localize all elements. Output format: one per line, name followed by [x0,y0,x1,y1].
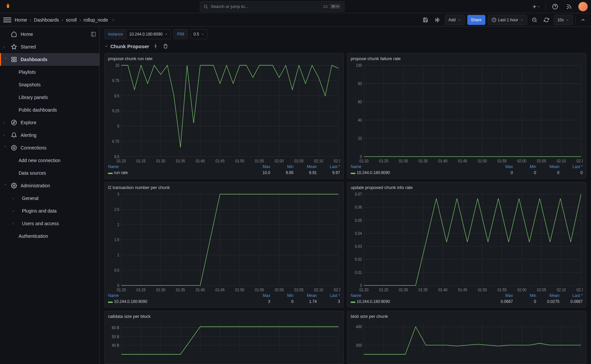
panel-5[interactable]: blob size per chunk300400 [347,311,586,364]
sidebar-item-playlists[interactable]: Playlists [0,66,99,78]
legend-series[interactable]: 10.244.0.180:8090 0 0 0 0 [351,170,583,176]
svg-text:02:00: 02:00 [517,288,526,292]
sidebar-item-general[interactable]: ›General [0,192,99,205]
sidebar-item-alerting[interactable]: › Alerting [0,129,99,141]
chart[interactable]: 00.511.522.5301:2001:2501:3001:3501:4001… [108,191,340,292]
svg-text:02:00: 02:00 [275,288,284,292]
hamburger-icon[interactable] [3,16,11,24]
svg-text:02:05: 02:05 [537,159,546,163]
panel-4[interactable]: calldata size per block40 B50 B60 B [104,311,344,364]
crumb-rollup-node[interactable]: rollup_node [84,17,108,23]
help-icon[interactable] [550,2,560,11]
chart[interactable]: 300400 [351,320,583,361]
svg-text:01:25: 01:25 [379,159,388,163]
add-icon[interactable] [532,2,541,11]
svg-text:01:55: 01:55 [498,288,507,292]
svg-text:01:35: 01:35 [176,288,185,292]
chart[interactable]: 8.58.7599.259.59.751001:2001:2501:3001:3… [108,62,340,163]
chart[interactable]: 40 B50 B60 B [108,320,340,361]
svg-text:60 B: 60 B [112,325,119,330]
settings-icon[interactable] [433,15,442,25]
svg-text:01:50: 01:50 [235,159,244,163]
svg-text:0.07: 0.07 [355,192,362,196]
legend: Name Max Min Mean Last * 10.244.0.180:80… [351,164,583,176]
zoom-out-icon[interactable] [530,15,539,25]
chevron-down-icon [520,18,524,22]
chevron-down-icon [165,33,168,36]
collapse-panel-icon[interactable] [91,32,96,37]
section-toggle[interactable]: Chunk Proposer [104,44,149,49]
sidebar-item-users[interactable]: ›Users and access [0,217,99,230]
home-icon [11,31,17,37]
svg-text:01:40: 01:40 [196,159,205,163]
section-trash-icon[interactable] [162,43,169,50]
var-p99-button[interactable]: P99 [174,29,188,39]
grafana-logo[interactable] [3,2,13,11]
variable-row: instance 10.244.0.180:8090 P99 0.5 [104,29,586,39]
news-icon[interactable] [564,2,574,11]
sidebar-item-admin[interactable]: › Administration [0,179,99,192]
svg-text:0.03: 0.03 [355,244,362,248]
crumb-home[interactable]: Home [15,17,27,23]
refresh-icon[interactable] [542,15,551,25]
avatar[interactable] [578,2,588,11]
share-button[interactable]: Share [467,15,485,25]
panel-title: update proposed chunk info rate [351,185,583,190]
svg-text:01:40: 01:40 [196,288,205,292]
svg-text:1.5: 1.5 [114,238,119,242]
svg-text:50 B: 50 B [112,334,119,339]
section-settings-icon[interactable] [152,43,159,50]
svg-text:01:35: 01:35 [176,159,185,163]
svg-text:40 B: 40 B [112,343,119,348]
sidebar-item-explore[interactable]: › Explore [0,116,99,129]
panel-0[interactable]: propose chunk run rate8.58.7599.259.59.7… [104,53,344,179]
legend-series[interactable]: run rate 10.0 8.65 9.91 9.97 [108,170,340,176]
search-input[interactable]: Search or jump to... ⌘+k [200,1,344,12]
second-bar: Home › Dashboards › scroll › rollup_node… [0,13,591,27]
var-instance-select[interactable]: 10.244.0.180:8090 [126,29,171,39]
var-p99-select[interactable]: 0.5 [190,29,207,39]
legend-series[interactable]: 10.244.0.180:8090 3 0 1.74 3 [108,299,340,305]
svg-text:0.01: 0.01 [355,270,362,274]
sidebar-item-auth[interactable]: Authentication [0,230,99,242]
sidebar-item-home[interactable]: Home [0,28,99,41]
svg-text:01:20: 01:20 [359,288,368,292]
legend-series[interactable]: 10.244.0.180:8090 0.0667 0 0.0275 0.0667 [351,299,583,305]
sidebar-item-starred[interactable]: › Starred [0,41,99,53]
sidebar-item-public[interactable]: Public dashboards [0,104,99,116]
panel-2[interactable]: l2 transaction number per chunk00.511.52… [104,182,344,308]
star-icon[interactable]: ☆ [111,17,115,22]
chevron-up-icon[interactable] [578,15,588,25]
add-button[interactable]: Add [445,15,464,25]
star-icon [11,44,17,50]
timerange-picker[interactable]: Last 1 hour [488,15,527,25]
svg-text:01:35: 01:35 [418,288,427,292]
section-header: Chunk Proposer [104,43,586,50]
svg-point-14 [12,145,17,150]
sidebar-item-dashboards[interactable]: › Dashboards [0,53,99,66]
sidebar-item-datasources[interactable]: Data sources [0,167,99,179]
legend: Name Max Min Mean Last * 10.244.0.180:80… [108,293,340,305]
svg-text:01:20: 01:20 [359,159,368,163]
svg-rect-9 [12,57,13,59]
panel-1[interactable]: propose chunk failure rate02040608010001… [347,53,586,179]
svg-text:3: 3 [117,192,119,196]
sidebar-item-connections[interactable]: › Connections [0,141,99,154]
chart[interactable]: 02040608010001:2001:2501:3001:3501:4001:… [351,62,583,163]
refresh-interval[interactable]: 10s [554,15,573,25]
sidebar-item-plugins[interactable]: ›Plugins and data [0,205,99,217]
sidebar-item-snapshots[interactable]: Snapshots [0,78,99,91]
svg-text:1: 1 [117,253,119,257]
chart[interactable]: 00.010.020.030.040.050.060.0701:2001:250… [351,191,583,292]
svg-rect-10 [15,57,16,59]
panel-3[interactable]: update proposed chunk info rate00.010.02… [347,182,586,308]
svg-text:9.5: 9.5 [114,94,119,98]
svg-text:9: 9 [117,124,119,128]
top-bar: Search or jump to... ⌘+k [0,0,591,13]
save-icon[interactable] [421,15,430,25]
crumb-dashboards[interactable]: Dashboards [34,17,59,23]
sidebar-item-library[interactable]: Library panels [0,91,99,104]
svg-text:01:25: 01:25 [379,288,388,292]
sidebar-item-addconn[interactable]: Add new connection [0,154,99,167]
crumb-scroll[interactable]: scroll [66,17,77,23]
